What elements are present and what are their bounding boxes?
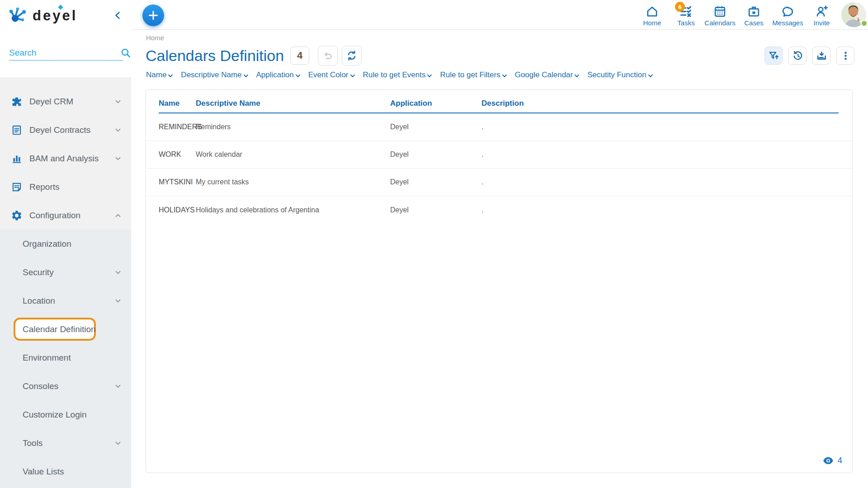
- calendar-icon: [713, 5, 727, 19]
- table-body: REMINDERS Reminders Deyel . WORK Work ca…: [146, 113, 852, 224]
- chevron-down-icon: [114, 382, 122, 390]
- nav-invite[interactable]: Invite: [805, 1, 839, 27]
- home-icon: [645, 5, 659, 19]
- bar-chart-icon: [11, 153, 23, 164]
- deyel-logo[interactable]: deyel: [7, 5, 77, 25]
- logo-text: deyel: [33, 9, 77, 23]
- report-icon: [11, 181, 23, 193]
- filter-event-color[interactable]: Event Color: [308, 70, 356, 80]
- filter-security-function[interactable]: Secutity Function: [587, 70, 654, 80]
- sidebar-menu-top: Deyel CRM Deyel Contracts BAM and Analys…: [0, 77, 131, 230]
- sidebar: deyel Deyel CRM Deyel Co: [0, 0, 131, 488]
- chevron-down-icon: [114, 126, 122, 134]
- page-title: Calendars Definition: [146, 47, 284, 65]
- title-row: Calendars Definition 4: [146, 45, 362, 66]
- main-content: Home Calendars Definition 4: [131, 30, 868, 488]
- chevron-down-icon: [426, 72, 433, 80]
- nav-home[interactable]: Home: [635, 1, 669, 27]
- add-button[interactable]: [142, 5, 164, 26]
- sidebar-search: [9, 45, 123, 61]
- sidebar-item-customize-login[interactable]: Customize Login: [0, 400, 131, 429]
- puzzle-icon: [11, 96, 23, 108]
- column-header-description[interactable]: Description: [481, 99, 524, 108]
- briefcase-icon: [747, 5, 761, 19]
- filter-name[interactable]: Name: [146, 70, 174, 80]
- search-icon[interactable]: [120, 47, 132, 59]
- record-count-badge: 4: [290, 47, 309, 65]
- filter-rule-to-get-events[interactable]: Rule to get Events: [363, 70, 434, 80]
- sidebar-item-consoles[interactable]: Consoles: [0, 372, 131, 400]
- chevron-down-icon: [349, 72, 356, 80]
- sidebar-item-reports[interactable]: Reports: [0, 173, 131, 201]
- sidebar-item-value-lists[interactable]: Value Lists: [0, 457, 131, 486]
- invite-icon: [815, 5, 829, 19]
- column-header-name[interactable]: Name: [159, 99, 179, 108]
- sidebar-item-calendar-definition[interactable]: Calendar Definition: [0, 315, 131, 343]
- sidebar-collapse-icon[interactable]: [113, 10, 123, 20]
- chevron-down-icon: [114, 439, 122, 447]
- nav-calendars[interactable]: Calendars: [703, 1, 737, 27]
- chevron-down-icon: [114, 98, 122, 106]
- sidebar-item-label: Configuration: [29, 211, 80, 221]
- configuration-submenu: Organization Security Location Calendar …: [0, 230, 131, 488]
- deyel-paw-icon: [7, 5, 29, 25]
- sidebar-item-label: Deyel Contracts: [29, 125, 90, 135]
- sidebar-item-environment[interactable]: Environment: [0, 343, 131, 372]
- message-icon: [781, 5, 795, 19]
- filter-descriptive-name[interactable]: Descriptive Name: [181, 70, 249, 80]
- table-row[interactable]: WORK Work calendar Deyel .: [146, 141, 852, 169]
- table-row[interactable]: MYTSKINI My current tasks Deyel .: [146, 169, 852, 196]
- sidebar-item-deyel-contracts[interactable]: Deyel Contracts: [0, 116, 131, 144]
- tasks-badge: 6: [675, 2, 685, 12]
- chevron-down-icon: [501, 72, 508, 80]
- nav-tasks[interactable]: 6 Tasks: [669, 1, 703, 27]
- chevron-down-icon: [167, 72, 174, 80]
- column-filter-row: Name Descriptive Name Application Event …: [146, 70, 654, 80]
- search-input[interactable]: [9, 48, 120, 58]
- sidebar-item-configuration[interactable]: Configuration: [0, 201, 131, 230]
- visible-records-footer: 4: [823, 455, 842, 465]
- eye-icon: [823, 457, 834, 465]
- undo-icon: [322, 50, 334, 61]
- sidebar-header: deyel: [7, 4, 123, 27]
- history-button[interactable]: [788, 47, 807, 65]
- chevron-down-icon: [573, 72, 580, 80]
- user-avatar[interactable]: [841, 2, 866, 27]
- table-toolbar: [764, 47, 854, 65]
- nav-messages[interactable]: Messages: [771, 1, 805, 27]
- sidebar-item-security[interactable]: Security: [0, 258, 131, 286]
- sidebar-item-location[interactable]: Location: [0, 286, 131, 315]
- sidebar-item-label: BAM and Analysis: [29, 154, 99, 164]
- undo-button[interactable]: [318, 46, 338, 66]
- filter-application[interactable]: Application: [256, 70, 302, 80]
- refresh-icon: [346, 50, 358, 61]
- export-icon: [816, 50, 827, 61]
- kebab-icon: [840, 50, 851, 61]
- refresh-button[interactable]: [342, 46, 362, 66]
- sidebar-item-label: Reports: [29, 182, 60, 192]
- history-icon: [792, 50, 803, 61]
- sidebar-menu: Deyel CRM Deyel Contracts BAM and Analys…: [0, 77, 131, 488]
- table-row[interactable]: HOLIDAYS Holidays and celebrations of Ar…: [146, 196, 852, 224]
- sidebar-item-tools[interactable]: Tools: [0, 429, 131, 457]
- column-header-descriptive-name[interactable]: Descriptive Name: [196, 99, 260, 108]
- nav-cases[interactable]: Cases: [737, 1, 771, 27]
- table-row[interactable]: REMINDERS Reminders Deyel .: [146, 113, 852, 141]
- chevron-down-icon: [294, 72, 302, 80]
- more-options-button[interactable]: [836, 47, 854, 65]
- chevron-down-icon: [242, 72, 250, 80]
- sidebar-item-deyel-crm[interactable]: Deyel CRM: [0, 87, 131, 116]
- export-button[interactable]: [812, 47, 830, 65]
- sidebar-item-label: Deyel CRM: [29, 97, 73, 107]
- filter-rule-to-get-filters[interactable]: Rule to get Filters: [440, 70, 508, 80]
- sidebar-item-organization[interactable]: Organization: [0, 230, 131, 258]
- chevron-down-icon: [647, 72, 654, 80]
- chevron-down-icon: [114, 268, 122, 277]
- filter-up-icon: [768, 50, 779, 61]
- filter-button[interactable]: [764, 47, 783, 65]
- breadcrumb[interactable]: Home: [146, 34, 164, 42]
- column-header-application[interactable]: Application: [390, 99, 432, 108]
- sidebar-item-bam-and-analysis[interactable]: BAM and Analysis: [0, 144, 131, 173]
- plus-icon: [147, 9, 159, 21]
- filter-google-calendar[interactable]: Google Calendar: [515, 70, 581, 80]
